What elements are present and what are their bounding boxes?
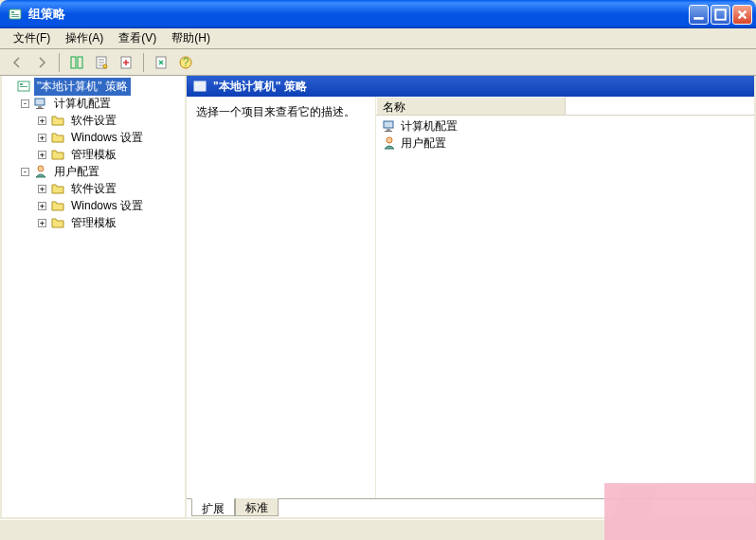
- menu-file[interactable]: 文件(F): [6, 28, 58, 48]
- policy-icon: [16, 79, 31, 94]
- svg-rect-15: [20, 83, 23, 85]
- tree-computer-config[interactable]: - 计算机配置: [21, 95, 183, 112]
- menu-bar: 文件(F) 操作(A) 查看(V) 帮助(H): [0, 28, 756, 49]
- column-name[interactable]: 名称: [376, 97, 566, 115]
- user-icon: [33, 164, 48, 179]
- menu-action[interactable]: 操作(A): [58, 28, 111, 48]
- svg-rect-17: [35, 99, 45, 105]
- svg-rect-6: [71, 57, 76, 68]
- svg-rect-2: [11, 14, 19, 15]
- title-bar: 组策略: [0, 0, 756, 28]
- folder-icon: [50, 130, 65, 145]
- tree-item-label: 管理模板: [68, 214, 119, 232]
- list-item[interactable]: 用户配置: [378, 135, 752, 152]
- description-text: 选择一个项目来查看它的描述。: [196, 105, 355, 118]
- tree-item-label: Windows 设置: [68, 197, 146, 215]
- toolbar-separator: [59, 53, 60, 72]
- tree-item-label: 计算机配置: [51, 95, 114, 113]
- tree-item-label: 软件设置: [68, 112, 119, 130]
- computer-icon: [33, 96, 48, 111]
- svg-rect-7: [78, 57, 82, 68]
- toolbar-separator: [143, 53, 144, 72]
- tree-root[interactable]: "本地计算机" 策略: [4, 78, 183, 95]
- svg-point-20: [38, 166, 44, 171]
- details-header: "本地计算机" 策略: [187, 76, 754, 97]
- svg-point-26: [387, 137, 392, 143]
- svg-rect-19: [36, 108, 44, 109]
- expander-icon[interactable]: +: [38, 185, 46, 193]
- svg-rect-16: [20, 86, 27, 87]
- refresh-button[interactable]: [150, 51, 172, 74]
- list-panel: 名称 计算机配置 用户配置: [376, 97, 754, 498]
- tree-item-label: 软件设置: [68, 180, 119, 198]
- tree-user-config[interactable]: - 用户配置: [21, 163, 183, 180]
- tree-admin-templates[interactable]: + 管理模板: [38, 214, 183, 231]
- expander-icon[interactable]: -: [21, 168, 29, 176]
- svg-rect-25: [385, 131, 392, 132]
- tab-standard[interactable]: 标准: [235, 498, 279, 516]
- folder-icon: [50, 147, 65, 162]
- toolbar: ?: [0, 49, 756, 76]
- tree-software-settings[interactable]: + 软件设置: [38, 180, 183, 197]
- list-item[interactable]: 计算机配置: [378, 117, 752, 135]
- show-hide-tree-button[interactable]: [65, 51, 88, 74]
- tree-root-label: "本地计算机" 策略: [34, 78, 131, 96]
- menu-view[interactable]: 查看(V): [111, 28, 164, 48]
- svg-rect-4: [693, 17, 703, 20]
- policy-icon: [192, 79, 207, 94]
- expander-icon[interactable]: +: [38, 151, 46, 159]
- details-pane: "本地计算机" 策略 选择一个项目来查看它的描述。 名称 计算机配置 用户配置: [187, 76, 754, 517]
- svg-rect-1: [11, 11, 14, 13]
- details-header-title: "本地计算机" 策略: [213, 79, 307, 95]
- maximize-button[interactable]: [711, 5, 730, 25]
- help-button[interactable]: ?: [174, 51, 197, 74]
- back-button[interactable]: [6, 51, 28, 74]
- tree-admin-templates[interactable]: + 管理模板: [38, 146, 183, 163]
- list-item-label: 用户配置: [401, 135, 446, 152]
- close-button[interactable]: [732, 5, 752, 25]
- tree-pane: "本地计算机" 策略 - 计算机配置 + 软件设置: [2, 76, 187, 517]
- folder-icon: [50, 113, 65, 128]
- tree-windows-settings[interactable]: + Windows 设置: [38, 197, 183, 214]
- expander-icon[interactable]: +: [38, 117, 46, 125]
- svg-rect-22: [196, 83, 199, 85]
- window-title: 组策略: [28, 6, 689, 23]
- watermark-decor: [604, 483, 756, 540]
- svg-rect-23: [384, 121, 393, 128]
- folder-icon: [50, 198, 65, 213]
- folder-icon: [50, 215, 65, 230]
- minimize-button[interactable]: [689, 5, 709, 25]
- expander-icon[interactable]: -: [21, 99, 29, 108]
- computer-icon: [382, 118, 397, 134]
- list-header: 名称: [376, 97, 754, 116]
- svg-rect-24: [387, 129, 390, 131]
- svg-rect-18: [38, 106, 42, 108]
- expander-icon[interactable]: +: [38, 219, 46, 227]
- tree-windows-settings[interactable]: + Windows 设置: [38, 129, 183, 146]
- description-panel: 选择一个项目来查看它的描述。: [187, 97, 376, 498]
- forward-button[interactable]: [30, 51, 53, 74]
- tree-item-label: 用户配置: [51, 163, 102, 181]
- tree-item-label: 管理模板: [68, 146, 119, 164]
- tab-extended[interactable]: 扩展: [191, 498, 235, 516]
- svg-text:?: ?: [183, 56, 189, 69]
- tree-software-settings[interactable]: + 软件设置: [38, 112, 183, 129]
- expander-icon[interactable]: +: [38, 134, 46, 142]
- expander-icon[interactable]: +: [38, 202, 46, 210]
- expander-placeholder: [4, 82, 12, 91]
- menu-help[interactable]: 帮助(H): [164, 28, 218, 48]
- tree-item-label: Windows 设置: [68, 129, 146, 147]
- export-button[interactable]: [115, 51, 137, 74]
- folder-icon: [50, 181, 65, 196]
- app-icon: [8, 7, 23, 22]
- properties-button[interactable]: [90, 51, 113, 74]
- svg-point-9: [103, 64, 107, 68]
- svg-rect-3: [11, 16, 19, 17]
- svg-rect-5: [715, 9, 725, 19]
- main-content: "本地计算机" 策略 - 计算机配置 + 软件设置: [0, 76, 756, 519]
- list-item-label: 计算机配置: [401, 118, 458, 135]
- user-icon: [382, 135, 397, 151]
- svg-rect-21: [194, 81, 206, 91]
